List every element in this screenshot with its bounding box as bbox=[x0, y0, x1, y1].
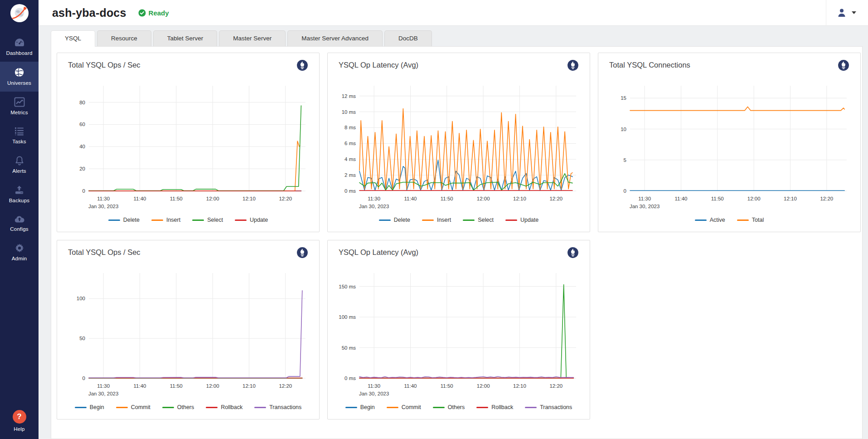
tab-tablet-server[interactable]: Tablet Server bbox=[153, 30, 218, 46]
legend-item-total[interactable]: Total bbox=[737, 217, 764, 223]
charts-grid: Total YSQL Ops / Sec 02040608011:3011:40… bbox=[57, 53, 857, 419]
sidebar-item-tasks[interactable]: Tasks bbox=[0, 121, 39, 150]
chart-title: Total YSQL Ops / Sec bbox=[68, 247, 141, 257]
chart-plot-area[interactable]: 05101511:3011:4011:5012:0012:1012:20Jan … bbox=[609, 77, 849, 213]
universe-header: ash-yba-docs Ready bbox=[39, 0, 868, 26]
legend-label: Update bbox=[520, 217, 538, 223]
tab-resource[interactable]: Resource bbox=[97, 30, 151, 46]
legend-item-rollback[interactable]: Rollback bbox=[476, 404, 513, 410]
chart-plot-area[interactable]: 05010011:3011:4011:5012:0012:1012:20Jan … bbox=[68, 264, 308, 400]
svg-text:12 ms: 12 ms bbox=[342, 93, 356, 99]
legend-label: Insert bbox=[166, 217, 180, 223]
prometheus-icon[interactable] bbox=[567, 59, 579, 71]
legend-item-update[interactable]: Update bbox=[235, 217, 268, 223]
chart-legend: BeginCommitOthersRollbackTransactions bbox=[339, 400, 579, 415]
legend-item-others[interactable]: Others bbox=[433, 404, 465, 410]
tab-ysql[interactable]: YSQL bbox=[51, 30, 95, 47]
sidebar-nav: Dashboard Universes Metrics Tasks Alerts bbox=[0, 32, 39, 439]
status-label: Ready bbox=[149, 9, 169, 17]
gear-icon bbox=[15, 243, 24, 253]
legend-item-others[interactable]: Others bbox=[162, 404, 194, 410]
legend-item-commit[interactable]: Commit bbox=[387, 404, 421, 410]
legend-item-transactions[interactable]: Transactions bbox=[254, 404, 301, 410]
globe-icon bbox=[14, 67, 24, 78]
tab-content-area: YSQL Resource Tablet Server Master Serve… bbox=[39, 26, 868, 439]
legend-item-transactions[interactable]: Transactions bbox=[525, 404, 572, 410]
legend-item-commit[interactable]: Commit bbox=[116, 404, 150, 410]
svg-text:6 ms: 6 ms bbox=[344, 141, 356, 146]
legend-item-delete[interactable]: Delete bbox=[379, 217, 410, 223]
app-logo[interactable] bbox=[0, 0, 39, 26]
legend-label: Begin bbox=[90, 404, 104, 410]
svg-text:0 ms: 0 ms bbox=[344, 376, 356, 381]
sidebar-item-label: Configs bbox=[10, 226, 28, 232]
prometheus-icon[interactable] bbox=[567, 247, 579, 259]
legend-swatch bbox=[254, 407, 266, 408]
legend-item-select[interactable]: Select bbox=[192, 217, 223, 223]
svg-text:11:40: 11:40 bbox=[404, 196, 417, 201]
legend-swatch bbox=[476, 407, 488, 408]
prometheus-icon[interactable] bbox=[296, 247, 308, 259]
svg-text:12:20: 12:20 bbox=[279, 383, 292, 389]
chart-plot-area[interactable]: 0 ms50 ms100 ms150 ms11:3011:4011:5012:0… bbox=[339, 264, 579, 400]
legend-label: Active bbox=[710, 217, 725, 223]
chart-card-ysql-transaction-latency: YSQL Op Latency (Avg) 0 ms50 ms100 ms150… bbox=[327, 240, 590, 419]
legend-swatch bbox=[192, 220, 204, 221]
prometheus-icon[interactable] bbox=[838, 59, 849, 71]
ysql-metrics-panel: Total YSQL Ops / Sec 02040608011:3011:40… bbox=[51, 46, 863, 439]
legend-label: Begin bbox=[360, 404, 375, 410]
page-title: ash-yba-docs bbox=[52, 6, 126, 20]
svg-text:12:00: 12:00 bbox=[477, 383, 490, 389]
svg-text:80: 80 bbox=[79, 100, 85, 105]
chart-card-total-ysql-ops: Total YSQL Ops / Sec 02040608011:3011:40… bbox=[57, 53, 320, 232]
legend-item-insert[interactable]: Insert bbox=[151, 217, 180, 223]
legend-label: Insert bbox=[437, 217, 451, 223]
legend-item-begin[interactable]: Begin bbox=[75, 404, 104, 410]
sidebar-item-label: Backups bbox=[9, 198, 30, 203]
main-area: ash-yba-docs Ready YSQL Resource Tablet … bbox=[39, 0, 868, 439]
svg-text:100 ms: 100 ms bbox=[339, 314, 356, 320]
prometheus-icon[interactable] bbox=[296, 59, 308, 71]
user-menu[interactable] bbox=[826, 0, 868, 26]
legend-swatch bbox=[379, 220, 391, 221]
legend-label: Commit bbox=[402, 404, 421, 410]
sidebar-item-help[interactable]: ? Help bbox=[0, 404, 39, 439]
sidebar-item-alerts[interactable]: Alerts bbox=[0, 150, 39, 180]
legend-item-rollback[interactable]: Rollback bbox=[206, 404, 242, 410]
svg-text:11:50: 11:50 bbox=[170, 383, 183, 389]
legend-swatch bbox=[345, 407, 357, 408]
legend-item-delete[interactable]: Delete bbox=[108, 217, 140, 223]
legend-item-active[interactable]: Active bbox=[695, 217, 725, 223]
legend-swatch bbox=[162, 407, 174, 408]
sidebar-item-backups[interactable]: Backups bbox=[0, 180, 39, 209]
legend-label: Rollback bbox=[491, 404, 513, 410]
sidebar-item-configs[interactable]: Configs bbox=[0, 209, 39, 238]
legend-item-begin[interactable]: Begin bbox=[345, 404, 375, 410]
legend-swatch bbox=[422, 220, 434, 221]
bell-icon bbox=[15, 156, 24, 166]
chart-plot-area[interactable]: 02040608011:3011:4011:5012:0012:1012:20J… bbox=[68, 77, 308, 213]
legend-item-insert[interactable]: Insert bbox=[422, 217, 451, 223]
sidebar-item-dashboard[interactable]: Dashboard bbox=[0, 32, 39, 62]
sidebar-item-admin[interactable]: Admin bbox=[0, 238, 39, 267]
legend-swatch bbox=[695, 220, 707, 221]
sidebar-item-metrics[interactable]: Metrics bbox=[0, 92, 39, 121]
svg-text:11:50: 11:50 bbox=[441, 383, 453, 389]
legend-swatch bbox=[737, 220, 749, 221]
svg-text:Jan 30, 2023: Jan 30, 2023 bbox=[88, 391, 119, 396]
legend-swatch bbox=[151, 220, 163, 221]
legend-swatch bbox=[387, 407, 398, 408]
chart-legend: ActiveTotal bbox=[609, 213, 849, 227]
tab-master-server[interactable]: Master Server bbox=[219, 30, 286, 46]
chart-legend: BeginCommitOthersRollbackTransactions bbox=[68, 400, 308, 415]
legend-item-update[interactable]: Update bbox=[505, 217, 538, 223]
legend-swatch bbox=[463, 220, 475, 221]
tab-master-server-advanced[interactable]: Master Server Advanced bbox=[287, 30, 383, 46]
legend-item-select[interactable]: Select bbox=[463, 217, 494, 223]
tab-docdb[interactable]: DocDB bbox=[384, 30, 432, 46]
sidebar-item-universes[interactable]: Universes bbox=[0, 62, 39, 92]
chart-plot-area[interactable]: 0 ms2 ms4 ms6 ms8 ms10 ms12 ms11:3011:40… bbox=[339, 77, 579, 213]
svg-text:12:10: 12:10 bbox=[513, 383, 526, 389]
legend-swatch bbox=[433, 407, 445, 408]
legend-label: Delete bbox=[394, 217, 410, 223]
